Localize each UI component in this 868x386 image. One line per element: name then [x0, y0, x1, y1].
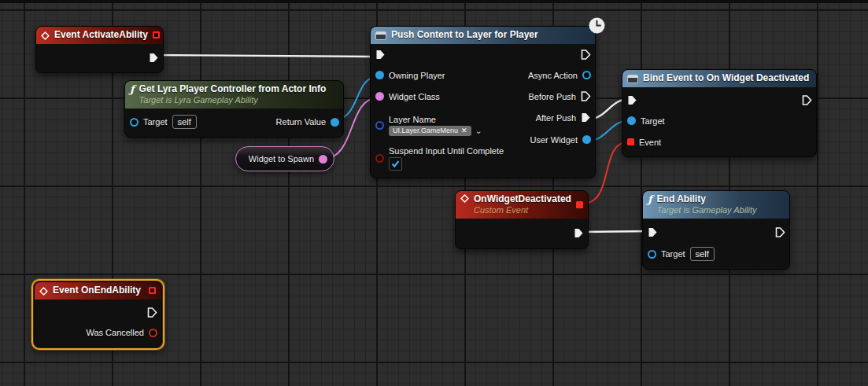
suspend-input-checkbox[interactable] — [389, 157, 402, 171]
layer-name-label: Layer Name — [389, 115, 482, 124]
exec-in-pin[interactable] — [627, 95, 637, 105]
widget-class-pin[interactable] — [375, 92, 384, 101]
exec-out-pin[interactable] — [802, 95, 812, 105]
target-pin[interactable] — [648, 250, 656, 259]
bind-event-icon — [627, 75, 638, 83]
was-cancelled-pin[interactable] — [149, 329, 157, 337]
canvas-top-edge — [0, 0, 868, 3]
selection-outline: Event OnEndAbility Was Cancelled — [31, 279, 164, 350]
target-value-input[interactable]: self — [172, 115, 197, 129]
node-widget-to-spawn[interactable]: Widget to Spawn — [235, 146, 334, 171]
exec-out-pin[interactable] — [147, 307, 157, 318]
gameplay-tag-value: UI.Layer.GameMenu — [393, 127, 458, 135]
async-task-icon — [375, 31, 386, 40]
bind-event-delegate-pin[interactable] — [627, 138, 634, 145]
suspend-input-pin[interactable] — [375, 154, 384, 163]
target-label: Target — [661, 249, 685, 259]
node-title: End Ability — [657, 193, 757, 205]
widget-class-label: Widget Class — [389, 92, 440, 101]
node-event-activate-ability[interactable]: Event ActivateAbility — [35, 26, 164, 73]
owning-player-pin[interactable] — [375, 71, 384, 79]
exec-out-pin[interactable] — [574, 228, 584, 238]
event-icon — [39, 287, 48, 296]
exec-in-pin[interactable] — [375, 50, 386, 60]
before-push-label: Before Push — [528, 92, 576, 101]
was-cancelled-label: Was Cancelled — [86, 328, 144, 337]
latent-clock-icon — [589, 17, 605, 37]
widget-to-spawn-pin[interactable] — [319, 155, 327, 164]
async-action-label: Async Action — [528, 71, 578, 80]
node-subtitle: Target is Gameplay Ability — [657, 205, 757, 215]
layer-name-pin[interactable] — [375, 121, 384, 130]
delegate-pin[interactable] — [576, 201, 583, 208]
before-push-pin[interactable] — [581, 91, 591, 101]
exec-out-pin[interactable] — [149, 53, 159, 63]
exec-out-pin[interactable] — [775, 227, 785, 237]
bind-event-label: Event — [639, 138, 661, 147]
bind-target-pin[interactable] — [627, 116, 636, 125]
delegate-pin[interactable] — [153, 31, 160, 39]
owning-player-label: Owning Player — [389, 71, 445, 80]
node-event-on-end-ability[interactable]: Event OnEndAbility Was Cancelled — [34, 281, 162, 347]
suspend-input-label: Suspend Input Until Complete — [389, 146, 504, 156]
return-value-label: Return Value — [276, 117, 326, 127]
user-widget-pin[interactable] — [582, 135, 591, 144]
node-title: Push Content to Layer for Player — [391, 29, 538, 41]
exec-out-pin[interactable] — [581, 50, 591, 60]
function-icon: ƒ — [648, 194, 652, 204]
node-title: Bind Event to On Widget Deactivated — [643, 72, 809, 84]
wire-onwidgetdeactivated-to-endability[interactable] — [578, 231, 652, 232]
wire-exec-activate-to-push[interactable] — [152, 55, 376, 57]
node-title: OnWidgetDeactivated — [474, 193, 571, 205]
target-pin[interactable] — [130, 118, 139, 127]
target-value-input[interactable]: self — [690, 247, 715, 261]
node-title: Get Lyra Player Controller from Actor In… — [139, 83, 327, 95]
async-action-pin[interactable] — [582, 71, 591, 79]
exec-in-pin[interactable] — [648, 227, 658, 237]
node-subtitle: Custom Event — [474, 205, 571, 215]
delegate-pin[interactable] — [149, 287, 156, 294]
event-icon — [41, 31, 50, 40]
function-icon: ƒ — [130, 84, 135, 94]
target-label: Target — [143, 117, 168, 127]
node-subtitle: Target is Lyra Gameplay Ability — [139, 95, 327, 105]
after-push-label: After Push — [536, 113, 576, 123]
node-push-content-to-layer[interactable]: Push Content to Layer for Player Owning … — [370, 26, 596, 178]
node-title: Event OnEndAbility — [53, 285, 141, 296]
node-get-lyra-player-controller[interactable]: ƒ Get Lyra Player Controller from Actor … — [124, 80, 344, 138]
node-bind-event-on-widget-deactivated[interactable]: Bind Event to On Widget Deactivated Targ… — [622, 69, 817, 157]
user-widget-label: User Widget — [530, 135, 578, 145]
tag-remove-icon[interactable]: ✕ — [461, 127, 467, 135]
gameplay-tag-chip[interactable]: UI.Layer.GameMenu ✕ — [389, 126, 471, 136]
node-end-ability[interactable]: ƒ End Ability Target is Gameplay Ability… — [642, 190, 790, 270]
blueprint-canvas[interactable]: Event ActivateAbility ƒ Get Lyra Player … — [0, 0, 868, 386]
return-value-pin[interactable] — [331, 118, 339, 127]
node-title: Event ActivateAbility — [54, 29, 148, 41]
variable-label: Widget to Spawn — [249, 154, 314, 164]
bind-target-label: Target — [641, 116, 665, 126]
after-push-pin[interactable] — [581, 112, 591, 123]
chevron-down-icon[interactable]: ⌄ — [475, 127, 482, 134]
node-on-widget-deactivated[interactable]: OnWidgetDeactivated Custom Event — [455, 190, 589, 249]
event-icon — [460, 194, 469, 203]
